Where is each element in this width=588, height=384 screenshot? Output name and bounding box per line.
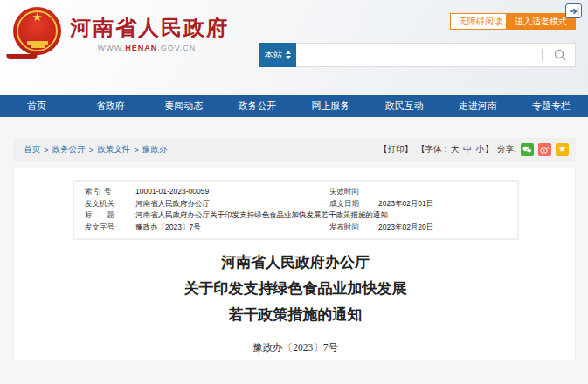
url-www: WWW. — [98, 44, 126, 52]
emblem-ribbon — [7, 54, 38, 59]
nav-item-interaction[interactable]: 政民互动 — [368, 95, 441, 117]
nav-item-provincial-gov[interactable]: 省政府 — [73, 95, 147, 117]
nav-item-news[interactable]: 要闻动态 — [147, 95, 220, 117]
font-size-large-button[interactable]: 大 — [451, 144, 460, 154]
meta-row: 发文字号 豫政办〔2023〕7号 发布时间 2023年02月20日 — [85, 222, 507, 234]
meta-title-value: 河南省人民政府办公厅关于印发支持绿色食品业加快发展若干政策措施的通知 — [135, 209, 507, 222]
meta-agency-label: 发文机关 — [85, 198, 135, 210]
meta-row: 发文机关 河南省人民政府办公厅 成文日期 2023年02月01日 — [85, 198, 507, 210]
search-input[interactable] — [296, 43, 576, 67]
document-title-line3: 若干政策措施的通知 — [14, 302, 577, 328]
url-henan: HENAN — [125, 44, 157, 52]
meta-agency-value: 河南省人民政府办公厅 — [135, 198, 329, 210]
font-size-medium-button[interactable]: 中 — [463, 144, 472, 154]
font-size-group: 【字体：大 中 小】 — [417, 144, 493, 155]
url-govcn: .GOV.CN — [157, 44, 196, 52]
main-nav: 首页 省政府 要闻动态 政务公开 网上服务 政民互动 走进河南 专题专栏 — [0, 95, 588, 117]
meta-row: 标 题 河南省人民政府办公厅关于印发支持绿色食品业加快发展若干政策措施的通知 — [85, 209, 507, 222]
meta-publish-value: 2023年02月20日 — [378, 222, 507, 234]
nav-item-special-topics[interactable]: 专题专栏 — [515, 95, 588, 117]
breadcrumb-separator: > — [89, 145, 94, 154]
site-header: ★ 河南省人民政府 WWW.HENAN.GOV.CN 无障碍阅读 进入适老模式 … — [0, 0, 588, 95]
document-number: 豫政办〔2023〕7号 — [14, 341, 577, 354]
breadcrumb: 首页 > 政务公开 > 政策文件 > 豫政办 — [24, 144, 167, 155]
search-divider — [542, 49, 543, 61]
exit-fullscreen-icon[interactable] — [565, 3, 582, 18]
meta-expire-value — [378, 186, 507, 198]
page: ★ 河南省人民政府 WWW.HENAN.GOV.CN 无障碍阅读 进入适老模式 … — [0, 0, 588, 384]
font-size-small-button[interactable]: 小 — [475, 144, 484, 154]
wechat-share-icon[interactable] — [521, 143, 534, 156]
search-icon[interactable] — [553, 48, 567, 62]
font-size-prefix: 【字体： — [417, 144, 450, 154]
meta-title-label: 标 题 — [85, 209, 135, 222]
search-scope-label: 本站 — [265, 49, 282, 61]
breadcrumb-home[interactable]: 首页 — [24, 144, 40, 155]
meta-date-written-value: 2023年02月01日 — [378, 198, 507, 210]
share-label: 分享: — [497, 144, 516, 155]
breadcrumb-separator: > — [134, 145, 139, 154]
site-url: WWW.HENAN.GOV.CN — [73, 44, 221, 52]
nav-item-online-services[interactable]: 网上服务 — [294, 95, 368, 117]
dropdown-arrows-icon — [286, 51, 291, 59]
meta-doc-no-label: 发文字号 — [85, 222, 135, 234]
national-emblem-logo: ★ — [13, 7, 61, 55]
meta-index-value: 10001-01-2023-00059 — [135, 186, 329, 198]
meta-publish-label: 发布时间 — [329, 222, 378, 234]
page-tools: 【打印】 【字体：大 中 小】 分享: ★ — [379, 143, 569, 156]
emblem-star-icon: ★ — [13, 11, 61, 23]
weibo-share-icon[interactable] — [538, 143, 551, 156]
breadcrumb-policy-files[interactable]: 政策文件 — [97, 144, 130, 155]
meta-doc-no-value: 豫政办〔2023〕7号 — [135, 222, 329, 234]
search-scope-dropdown[interactable]: 本站 — [259, 43, 296, 67]
document-title-line1: 河南省人民政府办公厅 — [14, 250, 577, 276]
meta-expire-label: 失效时间 — [329, 186, 378, 198]
breadcrumb-separator: > — [44, 145, 49, 154]
breadcrumb-gov-affairs[interactable]: 政务公开 — [52, 144, 86, 155]
font-size-suffix: 】 — [485, 144, 494, 154]
favorite-star-icon[interactable]: ★ — [556, 143, 569, 156]
emblem-gate — [27, 41, 48, 45]
breadcrumb-current: 豫政办 — [142, 144, 168, 155]
document-metadata-table: 索 引 号 10001-01-2023-00059 失效时间 发文机关 河南省人… — [73, 180, 519, 240]
meta-index-label: 索 引 号 — [85, 186, 135, 198]
print-button[interactable]: 【打印】 — [379, 144, 412, 155]
document-title-line2: 关于印发支持绿色食品业加快发展 — [14, 276, 577, 302]
nav-item-home[interactable]: 首页 — [0, 95, 73, 117]
site-title: 河南省人民政府 — [70, 14, 229, 42]
meta-date-written-label: 成文日期 — [329, 198, 378, 210]
document-title: 河南省人民政府办公厅 关于印发支持绿色食品业加快发展 若干政策措施的通知 — [14, 250, 577, 328]
nav-item-gov-affairs[interactable]: 政务公开 — [220, 95, 294, 117]
breadcrumb-bar: 首页 > 政务公开 > 政策文件 > 豫政办 【打印】 【字体：大 中 小】 分… — [13, 138, 576, 161]
nav-item-about-henan[interactable]: 走进河南 — [441, 95, 515, 117]
meta-row: 索 引 号 10001-01-2023-00059 失效时间 — [85, 186, 507, 198]
emblem-gate2 — [31, 45, 45, 48]
document-panel: 索 引 号 10001-01-2023-00059 失效时间 发文机关 河南省人… — [13, 168, 576, 360]
site-search: 本站 — [259, 43, 576, 67]
accessibility-reading-button[interactable]: 无障碍阅读 — [450, 13, 511, 30]
